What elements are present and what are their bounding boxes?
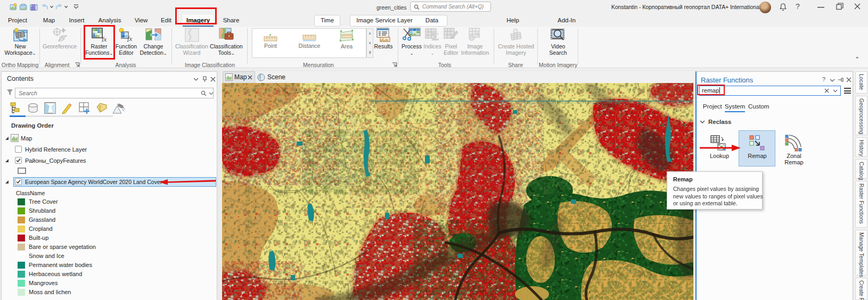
svg-text:Σ: Σ — [431, 30, 439, 42]
svg-text:fx: fx — [127, 35, 133, 42]
